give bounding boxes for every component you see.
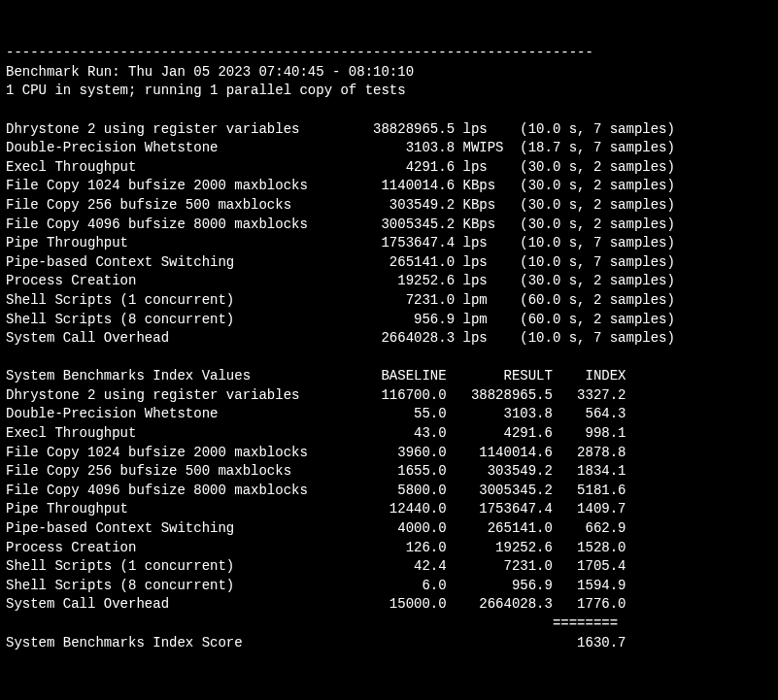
terminal-output: ----------------------------------------…: [6, 44, 772, 700]
